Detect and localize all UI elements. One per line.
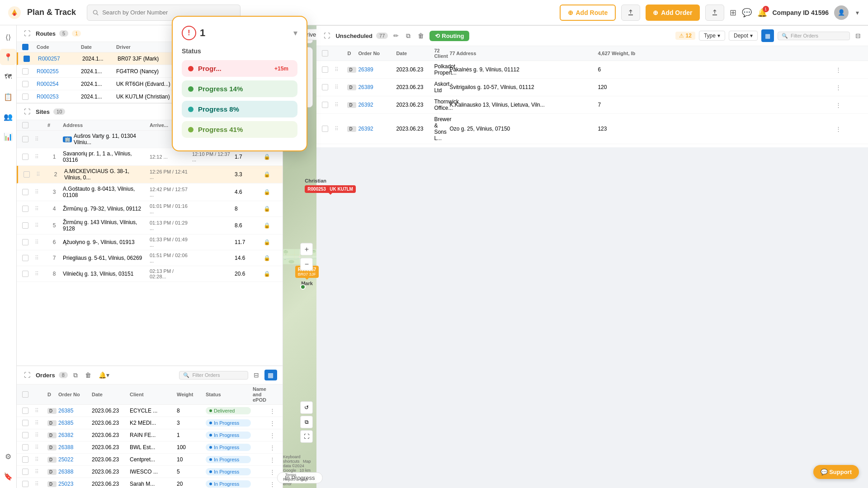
orders-filter[interactable]: 🔍 Filter Orders bbox=[179, 371, 248, 380]
list-item[interactable]: ⠿ 2 A.MICKEVICIAUS G. 38-1, Vilnius, 0..… bbox=[17, 166, 283, 183]
unsched-more-1[interactable]: ⋮ bbox=[825, 66, 852, 73]
orders-funnel-btn[interactable]: ⊟ bbox=[252, 371, 261, 380]
order-num-3[interactable]: 26382 bbox=[58, 432, 90, 438]
table-row[interactable]: ⠿ D 26385 2023.06.23 K2 MEDI... 3 In Pro… bbox=[17, 417, 283, 429]
unscheduled-col-btn[interactable]: ▦ bbox=[761, 29, 774, 42]
site-checkbox-4[interactable] bbox=[22, 206, 28, 212]
orders-copy-btn[interactable]: ⧉ bbox=[71, 371, 80, 380]
site-checkbox-2[interactable] bbox=[24, 171, 30, 178]
drag-3[interactable]: ⠿ bbox=[335, 102, 345, 108]
list-item[interactable]: ⠿ 3 A.Goštauto g. 8-0413, Vilnius, 01108… bbox=[17, 183, 283, 201]
export-button[interactable] bbox=[705, 5, 724, 21]
zoom-in-button[interactable]: + bbox=[300, 243, 313, 256]
select-all-routes[interactable] bbox=[22, 44, 28, 50]
status-item-3[interactable]: Progress 8% bbox=[182, 101, 297, 117]
table-row[interactable]: ⠿ D 25022 2023.06.23 Centpret... 10 In P… bbox=[17, 454, 283, 466]
routing-button[interactable]: ⟲ Routing bbox=[429, 31, 469, 41]
order-num-4[interactable]: 26388 bbox=[58, 444, 90, 450]
orders-bell-btn[interactable]: 🔔▾ bbox=[97, 371, 111, 380]
site-checkbox-3[interactable] bbox=[22, 189, 28, 195]
table-row[interactable]: ⠿ D 25023 2023.06.23 Sarah M... 20 In Pr… bbox=[17, 478, 283, 488]
sidebar-bookmark-btn[interactable]: 🔖 bbox=[0, 468, 16, 484]
order-drag-1[interactable]: ⠿ bbox=[35, 408, 46, 414]
select-all-sites[interactable] bbox=[22, 122, 28, 128]
order-drag-4[interactable]: ⠿ bbox=[35, 444, 46, 450]
unscheduled-delete-btn[interactable]: 🗑 bbox=[416, 31, 426, 40]
drag-4[interactable]: ⠿ bbox=[335, 126, 345, 132]
table-row[interactable]: ⠿ D 26392 2023.06.23 Thornwick Office...… bbox=[316, 96, 868, 114]
type-filter-btn[interactable]: Type ▾ bbox=[699, 31, 725, 41]
table-row[interactable]: ⠿ D 26388 2023.06.23 BWL Est... 100 In P… bbox=[17, 441, 283, 454]
orders-delete-btn[interactable]: 🗑 bbox=[83, 371, 93, 380]
unsched-order-4[interactable]: 26392 bbox=[358, 126, 394, 132]
order-num-6[interactable]: 26388 bbox=[58, 469, 90, 475]
routes-expand-btn[interactable]: ⛶ bbox=[22, 29, 32, 38]
order-num-1[interactable]: 26385 bbox=[58, 408, 90, 414]
unscheduled-filter[interactable]: 🔍 Filter Orders bbox=[778, 32, 850, 40]
order-check-2[interactable] bbox=[22, 420, 28, 426]
order-check-7[interactable] bbox=[22, 481, 28, 487]
add-order-button[interactable]: ⊕ Add Order bbox=[646, 5, 699, 21]
order-more-5[interactable]: ⋮ bbox=[268, 456, 277, 463]
route-checkbox-2[interactable] bbox=[22, 68, 28, 75]
sidebar-orders-btn[interactable]: 📋 bbox=[0, 89, 16, 105]
unsched-order-2[interactable]: 26389 bbox=[358, 84, 394, 90]
drag-handle-5[interactable]: ⠿ bbox=[35, 222, 46, 229]
list-item[interactable]: ⠿ 8 Vilniečių g. 13, Vilnius, 03151 02:1… bbox=[17, 266, 283, 282]
unscheduled-edit-btn[interactable]: ✏ bbox=[392, 31, 401, 40]
order-drag-6[interactable]: ⠿ bbox=[35, 469, 46, 475]
order-more-2[interactable]: ⋮ bbox=[268, 420, 277, 427]
map-undo-btn[interactable]: ↺ bbox=[300, 401, 313, 414]
order-check-1[interactable] bbox=[22, 408, 28, 414]
grid-view-button[interactable]: ⊞ bbox=[730, 8, 736, 18]
order-more-1[interactable]: ⋮ bbox=[268, 408, 277, 414]
orders-col-btn[interactable]: ▦ bbox=[264, 370, 277, 380]
route-checkbox-4[interactable] bbox=[22, 94, 28, 100]
notifications-button[interactable]: 🔔 1 bbox=[757, 8, 767, 18]
popup-chevron-btn[interactable]: ▾ bbox=[293, 28, 297, 38]
drag-handle-7[interactable]: ⠿ bbox=[35, 255, 46, 261]
sidebar-users-btn[interactable]: 👥 bbox=[0, 108, 16, 125]
order-num-7[interactable]: 25023 bbox=[58, 481, 90, 487]
table-row[interactable]: ⠿ D 26389 2023.06.23 Polkadot Propert...… bbox=[316, 61, 868, 79]
unscheduled-copy-btn[interactable]: ⧉ bbox=[404, 31, 412, 41]
depot-filter-btn[interactable]: Depot ▾ bbox=[729, 31, 758, 41]
select-all-unscheduled[interactable] bbox=[322, 50, 328, 56]
marker-r000253[interactable]: Christian R000253 UK KU7LM bbox=[305, 178, 356, 193]
status-item-4[interactable]: Progress 41% bbox=[182, 121, 297, 138]
order-check-5[interactable] bbox=[22, 456, 28, 463]
sidebar-expand-btn[interactable]: ⟨⟩ bbox=[0, 29, 16, 45]
order-drag-2[interactable]: ⠿ bbox=[35, 420, 46, 426]
table-row[interactable]: ⠿ D 26393 2023.06.23 CATERCORP CO ... Vi… bbox=[316, 144, 868, 147]
drag-handle-8[interactable]: ⠿ bbox=[35, 271, 46, 277]
drag-handle-0[interactable]: ⠿ bbox=[35, 136, 46, 142]
order-num-2[interactable]: 26385 bbox=[58, 420, 90, 426]
map-fullscreen-btn[interactable]: ⛶ bbox=[300, 430, 313, 443]
table-row[interactable]: ⠿ D 26382 2023.06.23 RAIN FE... 1 In Pro… bbox=[17, 429, 283, 441]
drag-1[interactable]: ⠿ bbox=[335, 66, 345, 73]
unsched-order-3[interactable]: 26392 bbox=[358, 102, 394, 108]
drag-2[interactable]: ⠿ bbox=[335, 84, 345, 90]
status-item-late[interactable]: Progr... +15m bbox=[182, 60, 297, 77]
site-checkbox-6[interactable] bbox=[22, 239, 28, 245]
drag-handle-1[interactable]: ⠿ bbox=[35, 154, 46, 160]
unsched-more-3[interactable]: ⋮ bbox=[825, 102, 852, 108]
status-item-2[interactable]: Progress 14% bbox=[182, 80, 297, 97]
support-button[interactable]: 💬 Support bbox=[813, 465, 859, 479]
order-more-3[interactable]: ⋮ bbox=[268, 432, 277, 439]
unsched-check-1[interactable] bbox=[322, 66, 328, 73]
map-layer-btn[interactable]: ⧉ bbox=[300, 416, 313, 428]
unscheduled-funnel-btn[interactable]: ⊟ bbox=[854, 31, 863, 40]
table-row[interactable]: ⠿ D 26392 2023.06.23 Brewer & Sons L... … bbox=[316, 114, 868, 144]
sites-expand-btn[interactable]: ⛶ bbox=[22, 107, 32, 116]
unsched-more-4[interactable]: ⋮ bbox=[825, 126, 852, 132]
order-drag-7[interactable]: ⠿ bbox=[35, 481, 46, 487]
order-drag-3[interactable]: ⠿ bbox=[35, 432, 46, 438]
sidebar-map-btn[interactable]: 📍 bbox=[0, 49, 16, 65]
route-checkbox-3[interactable] bbox=[22, 81, 28, 87]
unsched-check-3[interactable] bbox=[322, 102, 328, 108]
order-drag-5[interactable]: ⠿ bbox=[35, 456, 46, 463]
sidebar-analytics-btn[interactable]: 📊 bbox=[0, 128, 16, 145]
order-more-6[interactable]: ⋮ bbox=[268, 469, 277, 475]
unscheduled-expand-btn[interactable]: ⛶ bbox=[322, 31, 332, 40]
